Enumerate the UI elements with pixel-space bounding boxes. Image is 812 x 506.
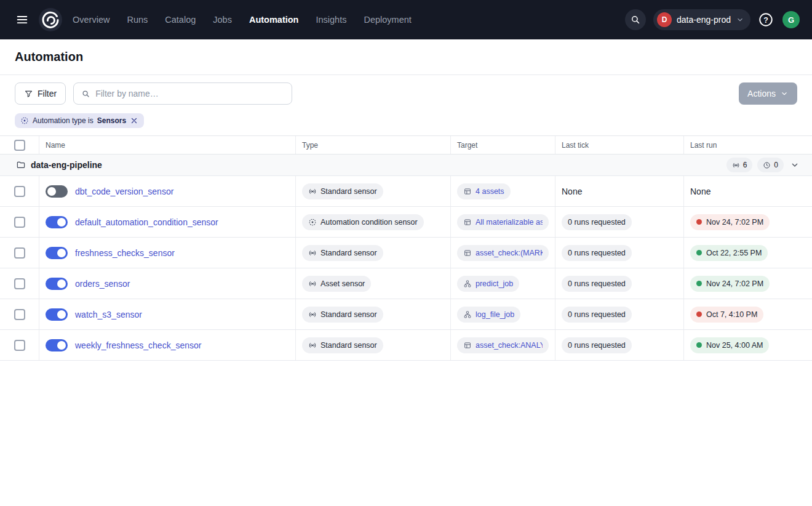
last-run-badge[interactable]: Nov 24, 7:02 PM [690,276,770,292]
last-run-badge[interactable]: Nov 24, 7:02 PM [690,214,770,230]
automation-condition-icon [20,116,29,125]
group-counts: 6 0 [726,158,801,172]
column-header-type: Type [296,136,451,154]
nav-item-overview[interactable]: Overview [73,15,109,25]
run-status-dot [696,219,702,225]
sensor-icon [308,187,317,196]
automation-condition-icon [308,218,317,227]
schedule-count-pill: 0 [757,158,784,172]
sensor-toggle[interactable] [46,278,68,290]
run-status-dot [696,281,702,286]
search-icon [630,14,641,25]
last-tick-badge[interactable]: 0 runs requested [562,337,632,353]
table-header-row: Name Type Target Last tick Last run [0,135,812,155]
sensor-name-link[interactable]: freshness_checks_sensor [75,248,175,258]
collapse-group-button[interactable] [789,159,801,171]
last-tick-badge[interactable]: 0 runs requested [562,214,632,230]
sensor-icon [308,341,317,350]
sensor-icon [308,310,317,319]
sensor-toggle[interactable] [46,339,68,351]
job-icon [463,310,472,319]
row-checkbox[interactable] [14,340,25,351]
sensor-name-link[interactable]: watch_s3_sensor [75,310,142,319]
nav-item-catalog[interactable]: Catalog [165,15,196,25]
nav-item-automation[interactable]: Automation [249,15,299,25]
dagster-logo-icon [38,7,63,32]
funnel-icon [24,89,33,98]
sensor-icon [732,161,740,169]
row-checkbox[interactable] [14,217,25,228]
column-header-target: Target [451,136,555,154]
sensors-table: Name Type Target Last tick Last run data… [0,135,812,361]
sensor-name-link[interactable]: orders_sensor [75,279,130,289]
sensor-type-badge: Standard sensor [302,337,383,353]
sensor-name-link[interactable]: weekly_freshness_check_sensor [75,340,201,350]
target-badge[interactable]: asset_check:ANALY [457,337,549,353]
sensor-type-badge: Automation condition sensor [302,214,424,230]
select-all-checkbox[interactable] [14,140,25,151]
close-icon[interactable] [130,116,138,125]
help-button[interactable] [758,11,775,28]
sensor-name-link[interactable]: default_automation_condition_sensor [75,217,218,227]
last-tick-badge[interactable]: 0 runs requested [562,245,632,261]
asset-icon [463,249,472,257]
nav-item-jobs[interactable]: Jobs [213,15,232,25]
actions-button[interactable]: Actions [739,82,797,105]
asset-icon [463,341,472,350]
main-nav: Overview Runs Catalog Jobs Automation In… [73,15,412,25]
last-run-badge[interactable]: Oct 7, 4:10 PM [690,307,763,323]
last-run-badge[interactable]: Nov 25, 4:00 AM [690,337,769,353]
chevron-down-icon [790,160,800,170]
row-checkbox[interactable] [14,186,25,197]
table-row: freshness_checks_sensor Standard sensor … [0,238,812,268]
page-title: Automation [15,50,797,64]
row-checkbox[interactable] [14,247,25,259]
column-header-name: Name [39,136,296,154]
hamburger-menu-button[interactable] [11,9,33,31]
row-checkbox[interactable] [14,278,25,289]
sensor-type-badge: Standard sensor [302,307,383,323]
nav-item-deployment[interactable]: Deployment [364,15,411,25]
sensor-toggle[interactable] [46,308,68,321]
table-row: default_automation_condition_sensor Auto… [0,207,812,238]
target-badge[interactable]: asset_check:(MARK [457,245,549,261]
sensor-type-badge: Standard sensor [302,245,383,261]
actions-button-label: Actions [747,89,776,98]
name-filter-input[interactable] [95,89,284,98]
search-button[interactable] [625,9,646,30]
row-checkbox[interactable] [14,309,25,320]
filter-chip-automation-type: Automation type is Sensors [15,113,144,128]
sensor-count-pill: 6 [726,158,753,172]
table-row: weekly_freshness_check_sensor Standard s… [0,330,812,361]
sensor-type-badge: Asset sensor [302,276,371,292]
last-tick-badge[interactable]: 0 runs requested [562,307,632,323]
active-filters-row: Automation type is Sensors [0,112,812,135]
sensor-toggle[interactable] [46,185,68,198]
last-run-badge[interactable]: Oct 22, 2:55 PM [690,245,768,261]
asset-icon [463,218,472,227]
topnav-right: D data-eng-prod G [625,9,800,30]
code-location-name: data-eng-pipeline [31,160,102,170]
column-header-last-run: Last run [684,136,812,154]
filter-button[interactable]: Filter [15,82,66,105]
nav-item-insights[interactable]: Insights [316,15,346,25]
last-tick-value: None [562,187,582,196]
target-badge[interactable]: All materializable as [457,214,549,230]
help-icon [758,12,775,28]
code-location-group-row[interactable]: data-eng-pipeline 6 0 [0,155,812,176]
deployment-name: data-eng-prod [677,15,731,25]
user-avatar[interactable]: G [782,11,800,28]
target-badge[interactable]: log_file_job [457,307,520,323]
sensor-name-link[interactable]: dbt_code_version_sensor [75,187,173,196]
column-header-last-tick: Last tick [555,136,684,154]
sensor-type-badge: Standard sensor [302,183,383,199]
sensor-toggle[interactable] [46,247,68,259]
target-badge[interactable]: 4 assets [457,183,511,199]
target-badge[interactable]: predict_job [457,276,519,292]
deployment-selector[interactable]: D data-eng-prod [653,9,750,30]
nav-item-runs[interactable]: Runs [127,15,148,25]
last-tick-badge[interactable]: 0 runs requested [562,276,632,292]
sensor-toggle[interactable] [46,216,68,228]
run-status-dot [696,342,702,348]
filter-chip-prefix: Automation type is [33,116,94,125]
